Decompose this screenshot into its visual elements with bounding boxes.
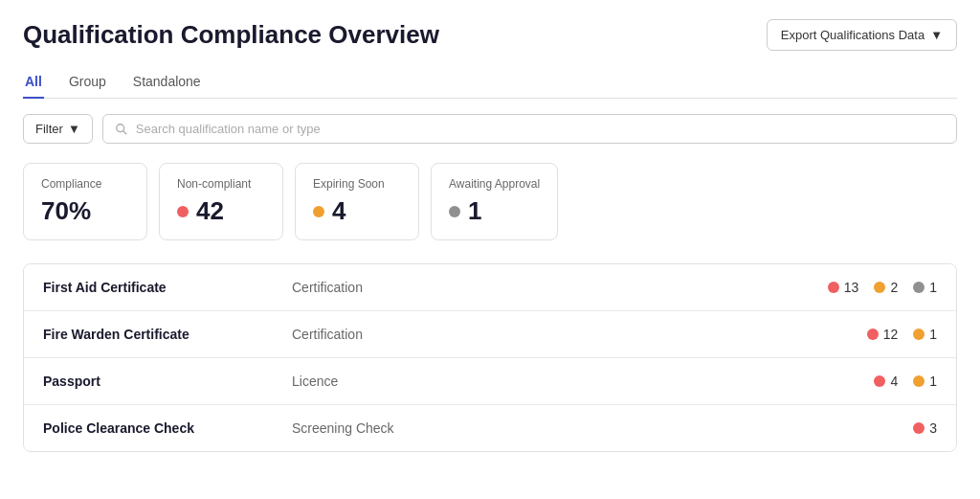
tab-group[interactable]: Group	[67, 66, 108, 99]
stat-label-expiring-soon: Expiring Soon	[313, 177, 401, 191]
svg-line-1	[123, 130, 127, 134]
dot-red	[913, 422, 924, 434]
dot-orange	[874, 282, 885, 293]
dot-orange	[913, 329, 924, 340]
stat-label-compliance: Compliance	[41, 177, 129, 191]
stat-badge-red: 13	[828, 280, 859, 295]
row-stats: 4 1	[874, 374, 937, 389]
page-header: Qualification Compliance Overview Export…	[23, 19, 957, 51]
tab-bar: All Group Standalone	[23, 66, 957, 99]
stat-badge-red: 4	[874, 374, 898, 389]
row-type: Certification	[292, 327, 867, 342]
dot-red	[177, 206, 189, 217]
svg-point-0	[117, 124, 124, 131]
row-name: Fire Warden Certificate	[43, 327, 292, 342]
row-name: First Aid Certificate	[43, 280, 292, 295]
chevron-down-icon: ▼	[930, 28, 943, 42]
filter-button-label: Filter	[35, 122, 63, 136]
stat-card-compliance: Compliance 70%	[23, 163, 147, 240]
search-bar	[102, 114, 957, 144]
row-type: Certification	[292, 280, 828, 295]
stat-card-non-compliant: Non-compliant 42	[159, 163, 283, 240]
stat-value-expiring-soon: 4	[313, 196, 401, 226]
dot-orange	[913, 375, 924, 387]
export-button[interactable]: Export Qualifications Data ▼	[767, 19, 957, 51]
table-row[interactable]: First Aid Certificate Certification 13 2…	[24, 264, 956, 311]
stat-card-awaiting-approval: Awaiting Approval 1	[431, 163, 558, 240]
row-name: Police Clearance Check	[43, 420, 292, 436]
dot-red	[867, 329, 879, 340]
tab-all[interactable]: All	[23, 66, 44, 99]
table-row[interactable]: Fire Warden Certificate Certification 12…	[24, 311, 956, 358]
stat-badge-red: 3	[913, 420, 937, 436]
page-title: Qualification Compliance Overview	[23, 20, 439, 50]
table-row[interactable]: Passport Licence 4 1	[24, 358, 956, 405]
stat-card-expiring-soon: Expiring Soon 4	[295, 163, 419, 240]
stat-badge-orange: 1	[913, 327, 937, 342]
stat-badge-orange: 2	[874, 280, 898, 295]
stat-label-non-compliant: Non-compliant	[177, 177, 265, 191]
row-stats: 3	[913, 420, 937, 436]
row-name: Passport	[43, 374, 292, 389]
qualification-table: First Aid Certificate Certification 13 2…	[23, 263, 957, 452]
search-input[interactable]	[136, 122, 945, 136]
tab-standalone[interactable]: Standalone	[131, 66, 203, 99]
dot-red	[874, 375, 885, 387]
stats-row: Compliance 70% Non-compliant 42 Expiring…	[23, 163, 957, 240]
row-type: Screening Check	[292, 420, 913, 436]
stat-badge-orange: 1	[913, 374, 937, 389]
row-type: Licence	[292, 374, 874, 389]
filter-button[interactable]: Filter ▼	[23, 114, 93, 144]
stat-badge-gray: 1	[913, 280, 937, 295]
filter-bar: Filter ▼	[23, 114, 957, 144]
dot-gray	[913, 282, 924, 293]
stat-value-awaiting-approval: 1	[449, 196, 540, 226]
table-row[interactable]: Police Clearance Check Screening Check 3	[24, 405, 956, 451]
row-stats: 13 2 1	[828, 280, 937, 295]
stat-value-compliance: 70%	[41, 196, 129, 226]
stat-label-awaiting-approval: Awaiting Approval	[449, 177, 540, 191]
stat-value-non-compliant: 42	[177, 196, 265, 226]
export-button-label: Export Qualifications Data	[781, 28, 924, 42]
stat-badge-red: 12	[867, 327, 899, 342]
dot-orange	[313, 206, 324, 217]
dot-gray	[449, 206, 460, 217]
search-icon	[115, 123, 128, 136]
dot-red	[828, 282, 839, 293]
filter-chevron-icon: ▼	[68, 122, 80, 136]
row-stats: 12 1	[867, 327, 937, 342]
